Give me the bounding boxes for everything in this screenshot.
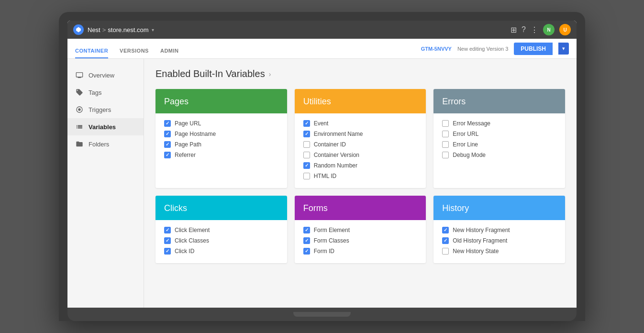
- card-history: HistoryNew History FragmentOld History F…: [433, 196, 565, 263]
- sidebar-item-folders[interactable]: Folders: [67, 135, 144, 153]
- variable-checkbox[interactable]: [303, 162, 310, 169]
- page-title: Enabled Built-In Variables: [155, 68, 265, 79]
- top-bar: Nest > store.nest.com ▾ ⊞ ? ⋮ N U: [67, 21, 577, 39]
- variable-checkbox[interactable]: [442, 120, 449, 127]
- publish-dropdown-button[interactable]: ▾: [558, 43, 569, 55]
- card-body-errors: Error MessageError URLError LineDebug Mo…: [433, 113, 565, 167]
- trigger-icon: [75, 105, 84, 114]
- variable-item[interactable]: Error Message: [442, 120, 556, 127]
- variable-label: Environment Name: [314, 131, 363, 137]
- variable-item[interactable]: Environment Name: [303, 131, 418, 137]
- variable-item[interactable]: Click Element: [164, 227, 278, 233]
- variable-label: New History Fragment: [453, 227, 510, 233]
- variable-checkbox[interactable]: [442, 152, 449, 158]
- variable-checkbox[interactable]: [164, 237, 171, 244]
- variable-item[interactable]: Page Hostname: [164, 131, 278, 137]
- variables-icon: [75, 122, 84, 131]
- variable-item[interactable]: Click ID: [164, 248, 278, 255]
- card-header-history: History: [433, 196, 565, 220]
- sidebar-item-variables[interactable]: Variables: [67, 118, 144, 135]
- more-icon[interactable]: ⋮: [531, 25, 538, 34]
- grid-icon[interactable]: ⊞: [511, 25, 517, 34]
- help-icon[interactable]: ?: [522, 25, 526, 34]
- variable-checkbox[interactable]: [303, 141, 310, 148]
- avatar-green[interactable]: N: [543, 24, 555, 35]
- variable-item[interactable]: HTML ID: [303, 173, 418, 179]
- variable-label: Form ID: [314, 248, 334, 255]
- variable-item[interactable]: Random Number: [303, 162, 418, 169]
- page-title-arrow[interactable]: ›: [269, 70, 271, 78]
- domain-dropdown-arrow[interactable]: ▾: [152, 27, 154, 33]
- variable-label: Container Version: [314, 152, 359, 158]
- publish-button[interactable]: PUBLISH: [514, 43, 553, 55]
- sidebar-item-overview[interactable]: Overview: [67, 67, 144, 84]
- variable-checkbox[interactable]: [442, 237, 449, 244]
- editing-text: New editing Version 3: [457, 46, 508, 52]
- variable-label: Page Path: [175, 141, 201, 148]
- variable-item[interactable]: Old History Fragment: [442, 237, 556, 244]
- variable-checkbox[interactable]: [303, 248, 310, 255]
- sidebar-label-folders: Folders: [89, 141, 109, 148]
- sidebar-label-triggers: Triggers: [89, 106, 111, 113]
- variable-checkbox[interactable]: [442, 131, 449, 137]
- variable-checkbox[interactable]: [164, 227, 171, 233]
- variable-checkbox[interactable]: [442, 141, 449, 148]
- variable-checkbox[interactable]: [164, 152, 171, 158]
- variable-checkbox[interactable]: [303, 173, 310, 179]
- card-header-forms: Forms: [295, 196, 426, 220]
- card-utilities: UtilitiesEventEnvironment NameContainer …: [295, 89, 426, 188]
- cards-grid: PagesPage URLPage HostnamePage PathRefer…: [155, 89, 565, 263]
- variable-checkbox[interactable]: [303, 120, 310, 127]
- tab-container[interactable]: CONTAINER: [75, 48, 108, 58]
- sidebar-item-tags[interactable]: Tags: [67, 84, 144, 101]
- folder-icon: [75, 140, 84, 148]
- variable-label: Error URL: [453, 131, 478, 137]
- variable-item[interactable]: New History Fragment: [442, 227, 556, 233]
- variable-checkbox[interactable]: [164, 131, 171, 137]
- nav-tabs: CONTAINER VERSIONS ADMIN GTM-5NVVY New e…: [67, 39, 577, 59]
- variable-checkbox[interactable]: [164, 120, 171, 127]
- nav-tabs-right: GTM-5NVVY New editing Version 3 PUBLISH …: [421, 43, 569, 55]
- top-bar-right: ⊞ ? ⋮ N U: [511, 24, 571, 35]
- variable-item[interactable]: New History State: [442, 248, 556, 255]
- variable-item[interactable]: Form ID: [303, 248, 418, 255]
- variable-item[interactable]: Error URL: [442, 131, 556, 137]
- card-clicks: ClicksClick ElementClick ClassesClick ID: [155, 196, 287, 263]
- variable-item[interactable]: Referrer: [164, 152, 278, 158]
- variable-checkbox[interactable]: [303, 152, 310, 158]
- variable-checkbox[interactable]: [442, 248, 449, 255]
- variable-item[interactable]: Error Line: [442, 141, 556, 148]
- domain-name: store.nest.com: [108, 26, 148, 33]
- variable-checkbox[interactable]: [164, 248, 171, 255]
- variable-label: Click Classes: [175, 237, 209, 244]
- variable-item[interactable]: Page Path: [164, 141, 278, 148]
- variable-checkbox[interactable]: [442, 227, 449, 233]
- variable-item[interactable]: Container Version: [303, 152, 418, 158]
- variable-item[interactable]: Form Classes: [303, 237, 418, 244]
- sidebar-item-triggers[interactable]: Triggers: [67, 101, 144, 118]
- variable-item[interactable]: Page URL: [164, 120, 278, 127]
- variable-item[interactable]: Debug Mode: [442, 152, 556, 158]
- variable-label: Form Classes: [314, 237, 349, 244]
- variable-item[interactable]: Event: [303, 120, 418, 127]
- variable-checkbox[interactable]: [303, 131, 310, 137]
- gtm-logo: [73, 24, 84, 35]
- variable-item[interactable]: Container ID: [303, 141, 418, 148]
- variable-label: Error Line: [453, 141, 478, 148]
- variable-item[interactable]: Form Element: [303, 227, 418, 233]
- variable-checkbox[interactable]: [303, 237, 310, 244]
- card-forms: FormsForm ElementForm ClassesForm ID: [295, 196, 426, 263]
- sidebar-label-overview: Overview: [89, 72, 114, 79]
- variable-item[interactable]: Click Classes: [164, 237, 278, 244]
- gtm-id: GTM-5NVVY: [421, 46, 452, 52]
- tab-versions[interactable]: VERSIONS: [120, 48, 149, 58]
- variable-label: Form Element: [314, 227, 350, 233]
- breadcrumb-sep: >: [102, 26, 106, 33]
- variable-checkbox[interactable]: [164, 141, 171, 148]
- avatar-user[interactable]: U: [559, 24, 571, 35]
- tab-admin[interactable]: ADMIN: [160, 48, 179, 58]
- main-layout: Overview Tags Triggers: [67, 59, 577, 308]
- variable-checkbox[interactable]: [303, 227, 310, 233]
- variable-label: Click Element: [175, 227, 210, 233]
- variable-label: Page Hostname: [175, 131, 216, 137]
